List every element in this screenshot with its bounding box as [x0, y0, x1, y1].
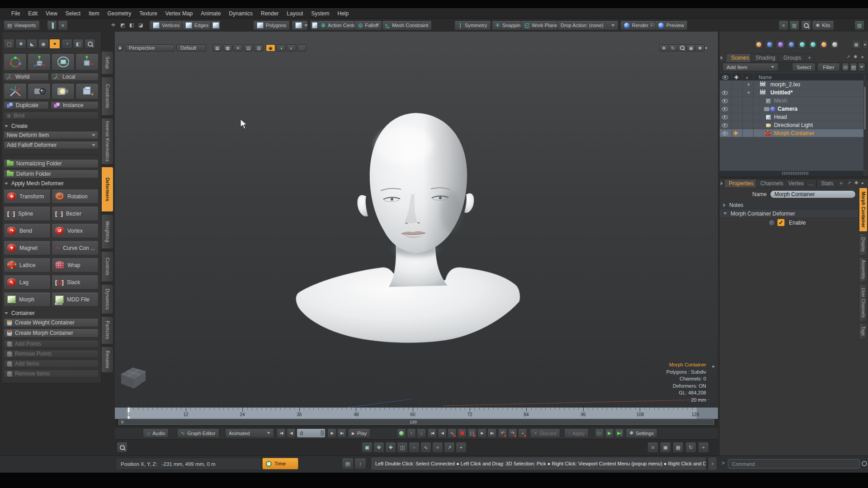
gear-icon[interactable]: ✱	[854, 54, 857, 59]
local-axis-button[interactable]: Local	[51, 73, 99, 81]
paint-select-icon[interactable]: ◪	[138, 23, 143, 28]
menu-select[interactable]: Select	[61, 9, 85, 18]
anim-enabled-icon[interactable]: ✚	[733, 129, 738, 137]
layout-preset-icon[interactable]: ▥	[854, 20, 864, 30]
search-icon[interactable]	[801, 20, 811, 30]
snap-pen-icon[interactable]: ↗	[444, 442, 455, 453]
pan-view-icon[interactable]: ✥	[659, 44, 669, 52]
anim-prefs-button[interactable]	[397, 428, 406, 438]
timeline-ruler[interactable]: 0 12 24 36 48 60 72 84 96 108 120	[115, 408, 718, 419]
shading-flat-icon[interactable]: ◐	[287, 44, 296, 52]
new-deform-item-dropdown[interactable]: New Deform Item	[4, 131, 99, 139]
viewport-menu-dot-icon[interactable]	[117, 44, 123, 52]
lattice-deformer-button[interactable]: Lattice	[4, 258, 51, 272]
expand-panel-icon[interactable]: ↗	[847, 180, 851, 185]
viewport-expand-icon[interactable]: ▸	[705, 45, 708, 51]
next-key-button[interactable]: ▶|	[487, 428, 496, 438]
visibility-icon[interactable]	[722, 99, 728, 103]
settings-button[interactable]: ✱ Settings	[626, 428, 657, 438]
tab-scenes[interactable]: Scenes	[726, 53, 754, 62]
slack-deformer-button[interactable]: [U]Slack	[52, 275, 99, 290]
info-expand-icon[interactable]: ▸	[712, 363, 715, 369]
shading-default-icon[interactable]: ◉	[266, 44, 275, 52]
enable-channel-dot[interactable]	[769, 220, 775, 226]
panel-arrow-icon[interactable]: ▸	[862, 180, 864, 185]
tab-particles[interactable]: Particles	[101, 316, 113, 344]
go-to-end-button[interactable]: ▶|	[337, 428, 346, 438]
key-popup-button[interactable]: ▪	[518, 428, 527, 438]
vtab-tags[interactable]: Tags	[859, 323, 868, 339]
prev-frame-key-button[interactable]: ◀	[438, 428, 447, 438]
add-mesh-button[interactable]: +	[75, 83, 99, 99]
add-item-icon[interactable]: ✚	[15, 39, 26, 49]
spline-deformer-button[interactable]: [~]Spline	[4, 206, 51, 221]
list-style-icon[interactable]: ▤	[850, 63, 857, 71]
tab-groups[interactable]: Groups	[778, 53, 806, 62]
tree-row-directional-light[interactable]: ⋯ Directional Light	[720, 121, 865, 129]
drop-action-dropdown[interactable]: Drop Action: (none)	[557, 20, 618, 30]
kits-button[interactable]: ✱ Kits	[812, 20, 834, 30]
vortex-deformer-button[interactable]: ↺Vortex	[52, 223, 99, 238]
snap-grid-icon[interactable]: ▣	[362, 442, 373, 453]
layout-list-icon[interactable]: ≡	[778, 20, 788, 30]
menu-item[interactable]: Item	[85, 9, 103, 18]
world-axis-button[interactable]: World	[4, 73, 49, 81]
playback-mode-dropdown[interactable]: Animated	[225, 428, 274, 438]
bend-deformer-button[interactable]: ↷Bend	[4, 223, 51, 238]
zoom-view-icon[interactable]	[677, 44, 687, 52]
hints-more-button[interactable]: ›	[708, 457, 717, 470]
scale-gizmo-button[interactable]	[75, 53, 99, 70]
paint-tool-icon[interactable]: ◉	[38, 39, 49, 49]
collapse-all-icon[interactable]: ⊟	[842, 63, 849, 71]
refresh-icon[interactable]: ↻	[685, 442, 696, 453]
morph-deformer-button[interactable]: Morph	[4, 292, 51, 307]
tab-vertex[interactable]: Vertex	[784, 179, 808, 188]
gear-icon[interactable]: ✱	[854, 180, 858, 185]
tab-constraints[interactable]: Constraints	[101, 77, 113, 116]
notes-section[interactable]: Notes	[720, 201, 858, 209]
viewport-mode-dropdown[interactable]: Perspective	[125, 44, 175, 52]
select-through-icon[interactable]: ◧	[129, 23, 134, 28]
menu-vertex-map[interactable]: Vertex Map	[161, 9, 197, 18]
bezier-deformer-button[interactable]: [~]Bezier	[52, 206, 99, 221]
teal-tool2-icon[interactable]	[808, 40, 817, 49]
magnet-deformer-button[interactable]: ▼Magnet	[4, 240, 51, 255]
selection-mode-dropdown[interactable]	[292, 20, 308, 30]
symmetry-button[interactable]: ❘ Symmetry	[454, 20, 491, 30]
mesh-constraint-button[interactable]: ◺ Mesh Constraint	[382, 20, 432, 30]
layout-columns-icon[interactable]: ▥	[789, 20, 799, 30]
checker-icon[interactable]: ▦	[673, 442, 684, 453]
play-to-end-button[interactable]: ▶|	[615, 428, 624, 438]
menu-animate[interactable]: Animate	[197, 9, 225, 18]
grid-layout-icon[interactable]: ▦	[852, 40, 861, 49]
collapse-left-icon[interactable]	[721, 56, 723, 60]
preview-button[interactable]: Preview	[655, 20, 688, 30]
tab-controls[interactable]: Controls	[101, 251, 113, 282]
graph-editor-button[interactable]: ∿ Graph Editor	[177, 428, 219, 438]
wrap-deformer-button[interactable]: Wrap	[52, 258, 99, 272]
close-view-icon[interactable]: ✕	[233, 44, 243, 52]
window-cycle-icon[interactable]: ▤	[342, 458, 354, 469]
time-badge[interactable]: Time	[262, 458, 298, 469]
create-weight-container-button[interactable]: Create Weight Container	[4, 318, 99, 327]
layers-icon[interactable]: ▣	[660, 442, 671, 453]
shader-ball-icon[interactable]	[765, 40, 774, 49]
work-plane-button[interactable]: ◱ Work Plane	[521, 20, 561, 30]
rotation-deformer-button[interactable]: Rotation	[52, 189, 99, 204]
gray-tool-icon[interactable]	[830, 40, 839, 49]
timeline-range-bar[interactable]: 0 120	[115, 419, 718, 425]
current-frame-field[interactable]: 0	[297, 428, 326, 438]
collapse-left-icon[interactable]	[721, 182, 723, 185]
redo-key-button[interactable]: ↷	[508, 428, 517, 438]
tab-stats[interactable]: Stats	[816, 179, 838, 188]
normalizing-folder-button[interactable]: Normalizing Folder	[4, 159, 99, 168]
item-mode-icon[interactable]: ✛	[111, 23, 115, 28]
grid-toggle-icon[interactable]: ▦	[212, 44, 222, 52]
snap-add-icon[interactable]: +	[456, 442, 467, 453]
go-to-start-button[interactable]: |◀	[277, 428, 286, 438]
palette-icon[interactable]	[754, 40, 763, 49]
filter-funnel-icon[interactable]	[858, 63, 865, 71]
filter-button[interactable]: Filter	[817, 63, 840, 71]
select-button[interactable]: Select	[792, 63, 816, 71]
add-view-icon[interactable]: +	[698, 442, 709, 453]
